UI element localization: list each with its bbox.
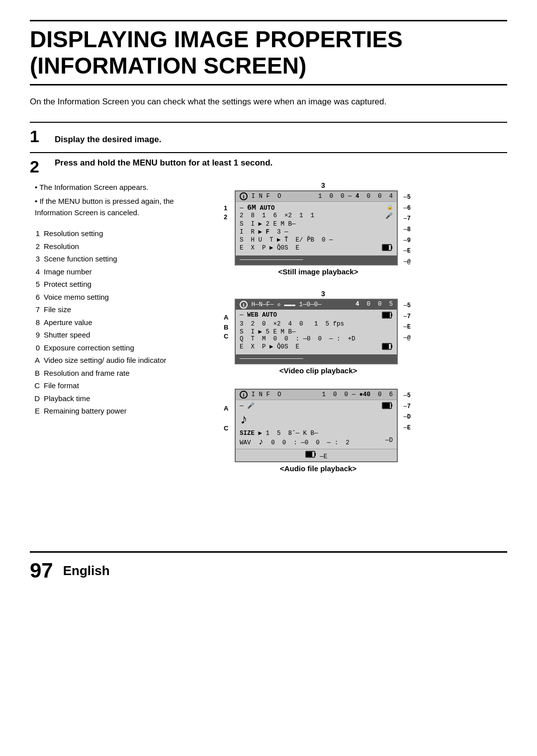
step2-body: The Information Screen appears. If the M… [30, 181, 507, 487]
svg-rect-11 [383, 403, 390, 408]
list-item-0: 0 Exposure correction setting [30, 341, 199, 354]
list-text-7: File size [44, 303, 71, 316]
video-label-3: 3 [234, 290, 413, 298]
step2-left-col: The Information Screen appears. If the M… [30, 181, 199, 487]
page-title-line1: DISPLAYING IMAGE PROPERTIES [30, 26, 507, 53]
list-text-A: Video size setting/ audio file indicator [44, 354, 167, 367]
list-text-0: Exposure correction setting [44, 341, 134, 354]
left-label-2: 2 [224, 213, 227, 221]
audio-diagram: A C i I N F O 1 0 0 ─ ●40 0 6 ─5 ─7 ─D [224, 389, 413, 473]
info-icon-audio: i [240, 391, 248, 399]
page-title-block: DISPLAYING IMAGE PROPERTIES (INFORMATION… [30, 20, 507, 85]
bullet-2: If the MENU button is pressed again, the… [35, 195, 199, 219]
svg-rect-13 [315, 453, 316, 456]
bullet-list: The Information Screen appears. If the M… [30, 181, 199, 218]
video-top-dark: i H─N─F─ ⊙ ▬▬▬ 1─0─0─ 4 0 0 5 [236, 300, 397, 310]
video-left-B: B [224, 324, 228, 331]
svg-rect-8 [383, 344, 389, 349]
list-text-C: File format [44, 379, 79, 392]
language-label: English [63, 563, 110, 579]
battery-icon-audio-top [382, 402, 393, 409]
info-icon: i [240, 192, 248, 200]
step1-row: 1 Display the desired image. [30, 122, 507, 150]
list-text-6: Voice memo setting [44, 291, 109, 304]
battery-icon-audio [305, 450, 316, 458]
protect-icon: 🔒 [387, 204, 393, 210]
audio-line-mic: ─ 🎤 [240, 402, 393, 411]
step2-header: 2 Press and hold the MENU button for at … [30, 152, 507, 176]
audio-line-music: ♪ [240, 411, 393, 429]
list-text-E: Remaining battery power [44, 405, 127, 418]
still-line-shu: S H U T ▶ T̄ E/ P̄B 0 ─ [240, 236, 393, 244]
video-bottom-dark: ───────────────── [236, 354, 397, 363]
list-item-D: D Playback time [30, 392, 199, 405]
right-labels-still: ─5 ─6 ─7 ─8 ─9 ─E ─@ [404, 192, 411, 267]
list-item-C: C File format [30, 379, 199, 392]
right-labels-video: ─5 ─7 ─E ─@ [404, 301, 411, 343]
video-diagram: 3 A B C i H─N─F─ ⊙ ▬▬▬ 1─0─0─ 4 0 0 5 [224, 290, 413, 375]
video-line-s: S I ▶ 5 E M B─ [240, 328, 393, 336]
audio-top-bar: i I N F O 1 0 0 ─ ●40 0 6 [236, 390, 397, 400]
list-text-5: Protect setting [44, 278, 91, 291]
step2-bullets: The Information Screen appears. If the M… [30, 181, 199, 218]
bullet-1: The Information Screen appears. [35, 181, 199, 193]
list-item-7: 7 File size [30, 303, 199, 316]
page-number: 97 [30, 559, 53, 583]
audio-body: ─ 🎤 ♪ [236, 400, 397, 449]
video-line-qtm: Q T M 0 0 : ─0 0 ─ : +D [240, 336, 393, 342]
audio-left-A: A [224, 405, 228, 412]
still-line-ir: I R ▶ F 3 ─ [240, 228, 393, 236]
svg-rect-4 [391, 314, 392, 316]
list-text-B: Resolution and frame rate [44, 367, 130, 380]
still-label-3: 3 [234, 181, 413, 189]
svg-rect-7 [391, 345, 392, 348]
list-text-D: Playback time [44, 392, 90, 405]
audio-line-size: SIZE ▶ 1 5 8̄ ─ K B─ [240, 429, 393, 437]
info-icon-video-top: i [240, 301, 248, 309]
battery-icon-video [382, 342, 393, 350]
list-item-B: B Resolution and frame rate [30, 367, 199, 380]
svg-rect-14 [306, 452, 312, 457]
audio-playback-label: <Audio file playback> [224, 464, 413, 473]
page-footer: 97 English [30, 551, 507, 583]
svg-rect-2 [383, 245, 389, 250]
step2-heading: Press and hold the MENU button for at le… [55, 157, 272, 169]
still-line-s: S I ▶ 2 E M B─ [240, 220, 393, 228]
list-item-5: 5 Protect setting [30, 278, 199, 291]
step2-right-col: 3 1 2 i I N F O 1 0 0 ─ 4 0 0 4 ─5 [214, 181, 507, 487]
list-item-1: 1 Resolution setting [30, 227, 199, 240]
list-text-3: Scene function setting [44, 252, 117, 265]
right-labels-audio: ─5 ─7 ─D ─E [404, 391, 411, 433]
audio-line-wav: WAV ♪ 0 0 : ─0 0 ─ : 2 ─D [240, 437, 393, 447]
list-text-8: Aperture value [44, 316, 92, 329]
step1-text: Display the desired image. [55, 135, 161, 145]
list-item-6: 6 Voice memo setting [30, 291, 199, 304]
audio-screen-box: i I N F O 1 0 0 ─ ●40 0 6 ─5 ─7 ─D ─E [235, 389, 398, 462]
video-line-fps: 3 2 0 ×2 4 0 1 5 fps [240, 321, 393, 328]
step1-number: 1 [30, 127, 55, 146]
numbered-list: 1 Resolution setting 2 Resolution 3 Scen… [30, 227, 199, 418]
page-title-line2: (INFORMATION SCREEN) [30, 53, 507, 79]
still-bottom-dark: ───────────────── [236, 255, 397, 264]
page-content: DISPLAYING IMAGE PROPERTIES (INFORMATION… [30, 20, 507, 536]
audio-left-C: C [224, 424, 228, 432]
still-playback-label: <Still image playback> [224, 267, 413, 276]
list-text-2: Resolution [44, 240, 79, 253]
list-text-9: Shutter speed [44, 329, 90, 341]
list-text-4: Image number [44, 265, 92, 278]
video-left-A: A [224, 314, 228, 321]
list-item-2: 2 Resolution [30, 240, 199, 253]
svg-rect-10 [391, 404, 392, 407]
step2-number: 2 [30, 157, 55, 176]
still-body: ─ 6M AUTO 🔒 2 8 1 6 ×2 1 1 🎤 S I ▶ 2 E M… [236, 202, 397, 255]
intro-text: On the Information Screen you can check … [30, 95, 507, 108]
video-screen-box: i H─N─F─ ⊙ ▬▬▬ 1─0─0─ 4 0 0 5 ─5 ─7 ─E ─… [235, 299, 398, 364]
still-line-6m: ─ 6M AUTO 🔒 [240, 204, 393, 212]
list-item-8: 8 Aperture value [30, 316, 199, 329]
audio-bottom-bar: ─E [236, 449, 397, 461]
battery-icon-video-top [382, 312, 393, 319]
still-line-data: 2 8 1 6 ×2 1 1 🎤 [240, 212, 393, 220]
still-line-exp: E X P ▶ Q̄0S E [240, 244, 393, 253]
svg-rect-1 [391, 246, 392, 249]
still-screen-box: i I N F O 1 0 0 ─ 4 0 0 4 ─5 ─6 ─7 ─8 ─9… [235, 190, 398, 265]
